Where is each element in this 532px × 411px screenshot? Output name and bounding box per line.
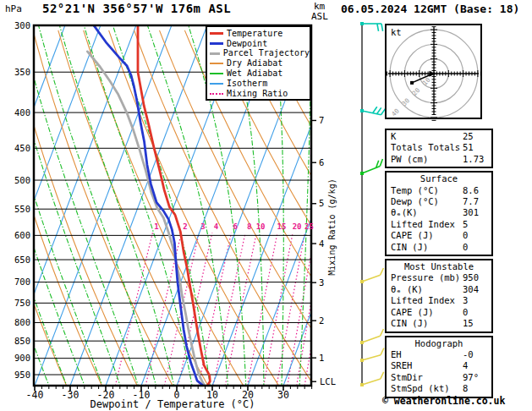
stats-label: CIN (J) xyxy=(391,242,463,253)
stats-value: 51 xyxy=(463,142,474,153)
stats-value: 97° xyxy=(463,372,479,383)
stats-label: Dewp (°C) xyxy=(391,196,463,207)
legend-item: Parcel Trajectory xyxy=(207,49,310,59)
stats-label: CAPE (J) xyxy=(391,307,463,318)
legend-item: Wet Adiabat xyxy=(207,68,310,79)
stats-row: Temp (°C)8.6 xyxy=(387,185,491,196)
km-tick-label: 2 xyxy=(319,315,324,326)
temp-tick-label: -40 xyxy=(26,389,44,401)
stats-row: StmDir97° xyxy=(387,372,491,383)
stats-value: 3 xyxy=(463,295,468,306)
barb-feather xyxy=(381,348,384,355)
stats-value: 1.73 xyxy=(463,154,484,165)
barb-shaft xyxy=(362,166,380,173)
stats-label: θₑ (K) xyxy=(391,284,463,295)
wind-barb xyxy=(360,22,383,31)
legend-item: Dry Adiabat xyxy=(207,58,310,68)
km-tick-label: 4 xyxy=(319,238,324,249)
pressure-tick-label: 300 xyxy=(14,20,30,30)
mixing-ratio-label: 8 xyxy=(247,222,251,231)
barb-feather xyxy=(373,107,377,112)
stats-value: 304 xyxy=(463,284,479,295)
stats-value: 15 xyxy=(463,318,474,329)
barb-shaft xyxy=(362,275,381,282)
stats-row: Lifted Index5 xyxy=(387,219,491,230)
stats-value: 5 xyxy=(463,219,468,230)
legend-swatch xyxy=(210,93,223,95)
stats-value: 0 xyxy=(463,230,468,241)
hodograph-trace-start-marker xyxy=(410,81,414,85)
hodograph-panel: 10203040kt xyxy=(385,24,482,119)
barb-feather xyxy=(381,372,384,379)
stats-row: EH-0 xyxy=(387,349,491,360)
pressure-tick-label: 600 xyxy=(14,230,30,240)
barb-shaft xyxy=(362,355,381,360)
pressure-tick-label: 800 xyxy=(14,317,30,327)
mixing-ratio-label: 4 xyxy=(214,222,219,231)
legend-swatch xyxy=(210,83,223,85)
stats-row: Totals Totals51 xyxy=(387,142,491,153)
mixing-ratio-label: 1 xyxy=(154,222,158,231)
legend-item-label: Temperature xyxy=(227,30,282,38)
wind-barb xyxy=(360,348,384,362)
stats-row: CIN (J)0 xyxy=(387,242,491,253)
wet-adiabat-line xyxy=(0,25,70,386)
legend-item-label: Mixing Ratio xyxy=(227,90,288,98)
stats-label: StmDir xyxy=(391,372,463,383)
mixing-ratio-label: 10 xyxy=(256,222,266,231)
stats-row: CAPE (J)0 xyxy=(387,307,491,318)
stats-value: 8.6 xyxy=(463,185,479,196)
stats-table-title: Surface xyxy=(387,173,491,184)
wind-barb xyxy=(360,107,386,114)
stats-table: SurfaceTemp (°C)8.6Dewp (°C)7.7θₑ(K)301L… xyxy=(385,171,493,256)
stats-label: Totals Totals xyxy=(391,142,463,153)
stats-row: Lifted Index3 xyxy=(387,295,491,306)
legend-swatch xyxy=(210,52,220,55)
stats-row: θₑ (K)304 xyxy=(387,284,491,295)
stats-value: 8 xyxy=(463,383,468,394)
legend-swatch xyxy=(210,42,223,45)
mixing-ratio-line xyxy=(264,233,293,386)
legend-swatch xyxy=(210,73,223,74)
legend-swatch xyxy=(210,32,223,35)
stats-label: EH xyxy=(391,349,463,360)
stats-row: K25 xyxy=(387,131,491,142)
pressure-tick-label: 350 xyxy=(14,67,30,77)
km-tick-label: 7 xyxy=(319,115,324,125)
pressure-tick-label: 850 xyxy=(14,336,30,346)
stats-value: 0 xyxy=(463,242,468,253)
stats-row: SREH4 xyxy=(387,360,491,371)
pressure-tick-label: 750 xyxy=(14,298,30,308)
mixing-ratio-label: 15 xyxy=(277,222,286,231)
legend-item-label: Dry Adiabat xyxy=(227,59,282,68)
pressure-tick-label: 950 xyxy=(14,370,30,380)
pressure-tick-label: 650 xyxy=(14,255,30,265)
km-tick-label: 3 xyxy=(319,277,324,288)
legend-item: Dewpoint xyxy=(207,39,310,49)
barb-shaft xyxy=(362,336,381,342)
wind-barb-column xyxy=(338,0,389,411)
mixing-ratio-label: 2 xyxy=(183,222,187,231)
stats-row: CAPE (J)0 xyxy=(387,230,491,241)
stats-label: θₑ(K) xyxy=(391,207,463,218)
stats-table: K25Totals Totals51PW (cm)1.73 xyxy=(385,129,493,168)
barb-feather xyxy=(381,329,384,336)
stats-label: SREH xyxy=(391,360,463,371)
barb-feather xyxy=(380,159,382,166)
stats-row: Dewp (°C)7.7 xyxy=(387,196,491,207)
mixing-ratio-label: 6 xyxy=(233,222,237,231)
sounding-app: hPa 52°21'N 356°57'W 176m ASL km ASL 06.… xyxy=(0,0,532,411)
stats-value: 7.7 xyxy=(463,196,479,207)
wind-barb xyxy=(360,372,384,386)
mixing-ratio-label: 3 xyxy=(200,222,205,231)
stats-row: θₑ(K)301 xyxy=(387,207,491,218)
pressure-tick-label: 450 xyxy=(14,143,30,153)
mixing-ratio-line xyxy=(213,233,245,386)
stats-value: 25 xyxy=(463,131,474,142)
wind-barb xyxy=(360,329,383,344)
hodograph-ring-label: 20 xyxy=(411,86,422,97)
legend-item-label: Dewpoint xyxy=(227,40,267,48)
barb-shaft xyxy=(362,379,381,385)
legend-box: TemperatureDewpointParcel TrajectoryDry … xyxy=(206,25,311,101)
wind-barb xyxy=(360,159,382,175)
